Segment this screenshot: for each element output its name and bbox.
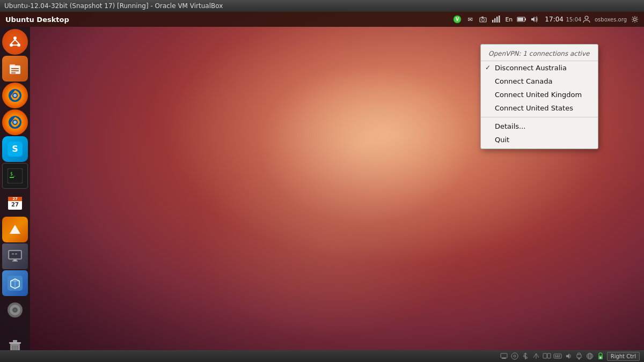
svg-rect-74 xyxy=(543,353,547,358)
launcher-item-files[interactable] xyxy=(2,56,28,82)
launcher-item-firefox-2[interactable] xyxy=(2,109,28,135)
svg-rect-60 xyxy=(9,342,21,344)
svg-rect-82 xyxy=(559,357,560,358)
svg-rect-5 xyxy=(492,20,494,23)
launcher-item-calendar[interactable]: 27 27 xyxy=(2,190,28,216)
vpn-dropdown-menu: OpenVPN: 1 connections active Disconnect… xyxy=(480,44,598,149)
svg-point-71 xyxy=(523,356,525,357)
vpn-menu-header: OpenVPN: 1 connections active xyxy=(481,47,598,61)
launcher-item-terminal[interactable]: $_ xyxy=(2,163,28,189)
vpn-menu-separator xyxy=(481,117,598,117)
launcher-item-virtualbox[interactable] xyxy=(2,270,28,296)
svg-marker-12 xyxy=(531,17,535,22)
svg-text:V: V xyxy=(456,17,459,22)
svg-rect-25 xyxy=(11,70,19,71)
network-icon[interactable] xyxy=(491,14,501,24)
svg-rect-66 xyxy=(502,358,506,358)
svg-rect-26 xyxy=(11,72,16,73)
vpn-menu-disconnect-australia[interactable]: Disconnect Australia xyxy=(481,61,598,75)
svg-rect-65 xyxy=(501,353,507,358)
vbox-status-bar: Right Ctrl xyxy=(0,350,644,362)
panel-right-area: V ✉ xyxy=(452,14,644,24)
svg-rect-67 xyxy=(502,358,506,359)
vpn-menu-details[interactable]: Details... xyxy=(481,120,598,133)
vpn-menu-connect-canada[interactable]: Connect Canada xyxy=(481,75,598,88)
svg-rect-79 xyxy=(559,355,560,356)
launcher-item-screen[interactable] xyxy=(2,243,28,269)
volume-icon[interactable] xyxy=(530,14,539,24)
svg-text:$_: $_ xyxy=(10,172,16,176)
panel-clock[interactable]: 17:04 xyxy=(543,16,566,23)
svg-rect-24 xyxy=(11,68,19,69)
svg-rect-23 xyxy=(10,64,15,67)
launcher-item-skype[interactable]: S xyxy=(2,136,28,162)
svg-rect-46 xyxy=(12,253,14,255)
svg-point-16 xyxy=(13,36,17,40)
launcher: S $_ 27 27 xyxy=(0,27,30,362)
svg-point-14 xyxy=(634,18,636,21)
svg-rect-6 xyxy=(494,18,496,23)
status-network-icon[interactable] xyxy=(532,352,540,360)
svg-rect-7 xyxy=(496,17,498,23)
right-ctrl-label: Right Ctrl xyxy=(607,352,640,361)
capture-icon[interactable] xyxy=(478,14,488,24)
svg-rect-61 xyxy=(13,340,17,342)
keyboard-layout-indicator[interactable]: En xyxy=(504,14,514,24)
battery-icon[interactable] xyxy=(517,14,526,24)
svg-rect-11 xyxy=(525,18,526,20)
svg-rect-75 xyxy=(547,353,551,358)
svg-rect-10 xyxy=(518,18,523,21)
system-time: 15:04 xyxy=(569,14,579,24)
launcher-item-orange[interactable] xyxy=(2,217,28,242)
status-vpn-icon[interactable] xyxy=(575,352,583,360)
svg-text:S: S xyxy=(12,144,18,154)
svg-marker-43 xyxy=(10,225,20,234)
ubuntu-panel: Ubuntu Desktop V ✉ xyxy=(0,12,644,27)
bottom-right-area: Right Ctrl xyxy=(500,352,644,361)
status-display-icon[interactable] xyxy=(543,352,551,360)
svg-rect-77 xyxy=(555,355,556,356)
svg-rect-80 xyxy=(555,357,556,358)
vpn-menu-connect-uk[interactable]: Connect United Kingdom xyxy=(481,88,598,101)
svg-rect-8 xyxy=(499,16,500,23)
svg-text:27: 27 xyxy=(11,202,19,208)
svg-marker-83 xyxy=(566,353,569,359)
status-audio-icon[interactable] xyxy=(564,352,573,360)
svg-point-32 xyxy=(13,121,17,124)
panel-desktop-label: Ubuntu Desktop xyxy=(0,16,75,24)
vpn-menu-quit[interactable]: Quit xyxy=(481,133,598,146)
status-lock-icon[interactable] xyxy=(596,352,605,360)
status-globe-icon[interactable] xyxy=(586,352,594,360)
svg-point-69 xyxy=(514,355,516,357)
svg-point-29 xyxy=(13,94,17,97)
svg-point-92 xyxy=(599,357,601,359)
svg-rect-85 xyxy=(577,354,581,358)
svg-point-58 xyxy=(14,309,16,311)
svg-text:27: 27 xyxy=(12,197,18,201)
vpn-menu-connect-us[interactable]: Connect United States xyxy=(481,101,598,115)
status-monitor-icon[interactable] xyxy=(500,352,508,360)
launcher-item-dvd[interactable] xyxy=(2,297,28,323)
svg-rect-49 xyxy=(12,261,18,262)
status-keyboard-icon[interactable] xyxy=(553,352,562,360)
email-icon[interactable]: ✉ xyxy=(465,14,475,24)
status-usb-icon[interactable] xyxy=(521,352,530,360)
user-icon[interactable] xyxy=(582,14,591,24)
svg-rect-78 xyxy=(557,355,558,356)
desktop: Ubuntu Desktop V ✉ xyxy=(0,12,644,362)
launcher-item-ubuntu-home[interactable] xyxy=(2,29,28,55)
svg-rect-4 xyxy=(481,17,484,18)
svg-rect-37 xyxy=(10,177,14,178)
panel-hostname: osboxes.org xyxy=(595,17,627,23)
vpn-icon[interactable]: V xyxy=(452,14,462,24)
vbox-titlebar: Ubuntu-12.04-32bit (Snapshot 17) [Runnin… xyxy=(0,0,644,12)
svg-rect-81 xyxy=(556,357,558,358)
launcher-item-firefox-1[interactable] xyxy=(2,83,28,108)
svg-rect-47 xyxy=(15,253,17,255)
status-cd-icon[interactable] xyxy=(510,352,519,360)
svg-rect-76 xyxy=(554,354,561,358)
svg-point-68 xyxy=(511,353,518,359)
settings-icon[interactable] xyxy=(630,14,640,24)
svg-point-72 xyxy=(525,357,527,359)
svg-point-3 xyxy=(482,19,485,21)
